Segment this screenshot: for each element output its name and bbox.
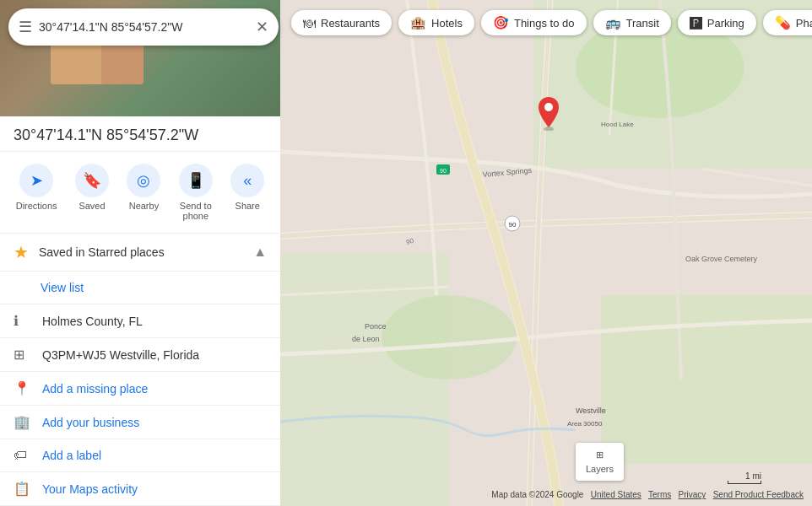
info-icon: ℹ [14,313,30,329]
map-footer: Map data ©2024 Google United States Term… [491,490,804,499]
svg-text:Ponce: Ponce [365,322,387,331]
parking-icon: 🅿 [690,16,702,30]
share-button[interactable]: « Share [230,164,264,221]
pharmacies-icon: 💊 [775,15,791,30]
share-label: Share [235,201,260,211]
coordinates-title: 30°47'14.1"N 85°54'57.2"W [0,116,280,152]
share-icon: « [230,164,264,197]
svg-text:90: 90 [509,221,517,229]
svg-text:Oak Grove Cemetery: Oak Grove Cemetery [685,255,758,263]
svg-text:Area 30050: Area 30050 [567,420,603,428]
label-icon: 🏷 [14,448,30,463]
starred-text: Saved in Starred places [39,245,253,259]
nearby-label: Nearby [129,201,159,211]
terms-link[interactable]: Terms [648,490,671,499]
feedback-link[interactable]: Send Product Feedback [713,490,804,499]
plus-code-row[interactable]: ⊞ Q3PM+WJ5 Westville, Florida [0,338,280,372]
send-to-phone-label: Send to phone [180,201,212,221]
add-missing-place-row[interactable]: 📍 Add a missing place [0,372,280,406]
scale-label: 1 mi [745,471,761,481]
add-label-row[interactable]: 🏷 Add a label [0,439,280,472]
send-to-phone-button[interactable]: 📱 Send to phone [179,164,213,221]
restaurants-icon: 🍽 [303,16,316,30]
star-icon: ★ [14,242,29,262]
saved-icon: 🔖 [75,164,109,197]
saved-label: Saved [78,201,105,211]
nav-pill-parking[interactable]: 🅿 Parking [678,10,756,35]
map-svg: Vortex Springs Oak Grove Cemetery Hood L… [280,0,812,506]
send-to-phone-icon: 📱 [179,164,213,197]
scale-bar [728,481,761,484]
add-label-text: Add a label [42,449,101,462]
things-to-do-icon: 🎯 [493,15,509,30]
map-data-credit: Map data ©2024 Google [491,490,583,499]
nearby-button[interactable]: ◎ Nearby [127,164,160,221]
hotels-label: Hotels [431,17,463,30]
nav-pill-transit[interactable]: 🚌 Transit [593,10,671,35]
hotels-icon: 🏨 [410,15,426,30]
svg-text:Hood Lake: Hood Lake [601,121,634,128]
nav-pill-pharmacies[interactable]: 💊 Pharmacies [763,10,812,35]
search-icon[interactable]: ☰ [19,18,32,36]
chevron-up-icon: ▲ [253,245,267,260]
nav-pill-restaurants[interactable]: 🍽 Restaurants [291,10,392,35]
maps-activity-row[interactable]: 📋 Your Maps activity [0,472,280,506]
action-row: ➤ Directions 🔖 Saved ◎ Nearby 📱 Send to … [0,152,280,234]
close-icon[interactable]: ✕ [256,18,268,36]
search-input[interactable] [39,20,256,34]
layers-button[interactable]: ⊞ Layers [576,443,624,481]
add-business-row[interactable]: 🏢 Add your business [0,406,280,439]
nav-pill-things-to-do[interactable]: 🎯 Things to do [481,10,587,35]
directions-label: Directions [16,201,57,211]
nav-pill-hotels[interactable]: 🏨 Hotels [398,10,474,35]
directions-icon: ➤ [19,164,53,197]
things-to-do-label: Things to do [514,17,575,30]
holmes-county-row[interactable]: ℹ Holmes County, FL [0,304,280,338]
top-nav: 🍽 Restaurants 🏨 Hotels 🎯 Things to do 🚌 … [291,10,812,35]
add-business-text: Add your business [42,416,139,429]
svg-point-4 [382,295,517,380]
add-business-icon: 🏢 [14,414,30,430]
svg-point-19 [544,103,553,111]
holmes-county-text: Holmes County, FL [42,315,143,328]
directions-button[interactable]: ➤ Directions [16,164,57,221]
pharmacies-label: Pharmacies [796,17,812,30]
transit-icon: 🚌 [605,15,621,30]
view-list-label: View list [41,281,84,294]
grid-icon: ⊞ [14,347,30,363]
map-scale: 1 mi [728,471,761,484]
add-place-icon: 📍 [14,380,30,396]
left-panel: 30°47'14.1"N 85°54'57.2"W ➤ Directions 🔖… [0,0,280,506]
parking-label: Parking [707,17,744,30]
svg-text:de Leon: de Leon [352,335,380,343]
add-missing-place-text: Add a missing place [42,382,148,396]
layers-label: Layers [586,464,614,474]
saved-button[interactable]: 🔖 Saved [75,164,109,221]
activity-icon: 📋 [14,481,30,497]
nearby-icon: ◎ [127,164,160,197]
maps-activity-text: Your Maps activity [42,482,138,496]
view-list-row[interactable]: View list [0,272,280,304]
map-marker [536,97,561,134]
svg-text:Westville: Westville [576,406,606,415]
transit-label: Transit [626,17,659,30]
search-bar: ☰ ✕ [8,8,279,46]
privacy-link[interactable]: Privacy [679,490,706,499]
map-area[interactable]: Vortex Springs Oak Grove Cemetery Hood L… [280,0,812,506]
map-states[interactable]: United States [591,490,641,499]
plus-code-text: Q3PM+WJ5 Westville, Florida [42,348,199,362]
layers-icon: ⊞ [596,449,604,460]
starred-section[interactable]: ★ Saved in Starred places ▲ [0,234,280,272]
restaurants-label: Restaurants [321,17,380,30]
svg-text:90: 90 [440,168,447,174]
